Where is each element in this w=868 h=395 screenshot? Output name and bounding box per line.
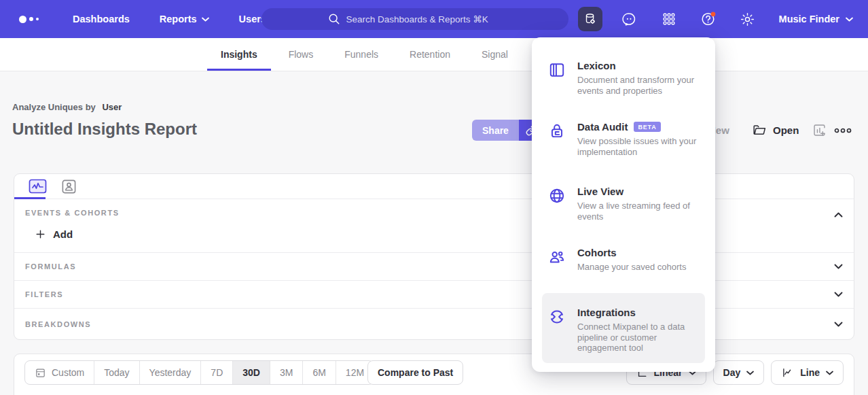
chevron-down-icon — [202, 17, 209, 22]
menu-item-live-view[interactable]: Live View View a live streaming feed of … — [548, 186, 702, 222]
menu-item-desc: Manage your saved cohorts — [577, 262, 698, 273]
chevron-down-icon — [834, 322, 843, 327]
menu-item-title: Data Audit — [577, 121, 628, 133]
date-range-selector: Custom Today Yesterday 7D 30D 3M 6M 12M — [24, 360, 374, 385]
formulas-section-toggle[interactable]: FORMULAS — [14, 252, 854, 280]
compare-to-past-button[interactable]: Compare to Past — [367, 360, 463, 385]
formulas-label: FORMULAS — [25, 262, 76, 271]
project-switcher[interactable]: Music Finder — [779, 14, 853, 24]
breadcrumb: Analyze Uniques by User — [12, 102, 122, 112]
chevron-down-icon — [834, 264, 843, 269]
breadcrumb-entity[interactable]: User — [102, 102, 122, 112]
chevron-up-icon — [834, 212, 843, 218]
query-builder-panel: EVENTS & COHORTS Add FORMULAS FILTERS BR… — [14, 173, 854, 340]
more-options-button[interactable] — [834, 120, 852, 141]
help-icon[interactable] — [696, 7, 721, 31]
filters-section-toggle[interactable]: FILTERS — [14, 280, 854, 308]
events-collapse-button[interactable] — [834, 208, 843, 220]
interval-dropdown[interactable]: Day — [713, 360, 765, 385]
tab-insights[interactable]: Insights — [207, 38, 271, 71]
project-name: Music Finder — [779, 14, 839, 24]
active-tab-underline — [14, 197, 46, 199]
data-management-icon[interactable] — [578, 7, 602, 31]
open-report-button[interactable]: Open — [753, 120, 799, 141]
range-yesterday[interactable]: Yesterday — [140, 361, 202, 384]
apps-grid-icon[interactable] — [657, 7, 681, 31]
add-event-button[interactable]: Add — [35, 228, 73, 240]
range-custom-label: Custom — [52, 367, 84, 378]
range-3m[interactable]: 3M — [270, 361, 303, 384]
nav-dashboards[interactable]: Dashboards — [73, 14, 130, 24]
chevron-down-icon — [834, 292, 843, 297]
range-6m[interactable]: 6M — [303, 361, 336, 384]
add-to-board-button[interactable] — [812, 120, 827, 141]
users-view-tab[interactable] — [59, 177, 78, 196]
ellipsis-icon — [834, 126, 852, 135]
interval-label: Day — [723, 367, 741, 378]
menu-item-title: Live View — [577, 186, 623, 197]
board-plus-icon — [812, 123, 827, 137]
menu-item-title: Lexicon — [577, 60, 616, 71]
menu-item-desc: View a live streaming feed of events — [577, 201, 698, 222]
chevron-down-icon — [846, 17, 853, 22]
metrics-view-tab[interactable] — [28, 177, 47, 196]
data-management-menu: Lexicon Document and transform your even… — [532, 37, 715, 372]
chevron-down-icon — [826, 371, 833, 375]
menu-item-desc: Document and transform your events and p… — [577, 75, 698, 96]
breadcrumb-prefix: Analyze Uniques by — [12, 102, 96, 112]
menu-item-lexicon[interactable]: Lexicon Document and transform your even… — [548, 60, 702, 96]
chart-type-label: Line — [800, 367, 820, 378]
search-icon — [328, 13, 340, 25]
menu-item-desc: Connect Mixpanel to a data pipeline or c… — [577, 322, 698, 354]
menu-item-title: Cohorts — [577, 247, 617, 258]
page-title[interactable]: Untitled Insights Report — [12, 120, 197, 139]
menu-item-integrations[interactable]: Integrations Connect Mixpanel to a data … — [548, 307, 702, 354]
sync-icon — [548, 307, 566, 354]
global-search[interactable] — [261, 8, 568, 30]
menu-item-desc: View possible issues with your implement… — [577, 136, 698, 157]
calendar-icon — [35, 367, 46, 379]
chevron-down-icon — [746, 371, 754, 375]
breakdowns-label: BREAKDOWNS — [25, 320, 91, 328]
add-label: Add — [53, 228, 73, 240]
search-input[interactable] — [346, 14, 503, 24]
share-button[interactable]: Share — [472, 120, 519, 141]
tab-retention[interactable]: Retention — [396, 38, 464, 71]
line-chart-icon — [781, 366, 794, 379]
notification-dot — [710, 12, 715, 16]
menu-item-data-audit[interactable]: Data Audit BETA View possible issues wit… — [548, 121, 702, 157]
range-30d[interactable]: 30D — [233, 361, 270, 384]
lock-audit-icon — [548, 121, 566, 157]
open-label: Open — [773, 124, 799, 136]
filters-label: FILTERS — [25, 290, 63, 298]
mixpanel-logo-icon[interactable] — [19, 16, 39, 23]
tab-flows[interactable]: Flows — [275, 38, 327, 71]
nav-reports[interactable]: Reports — [160, 14, 209, 24]
menu-item-title: Integrations — [577, 307, 636, 318]
range-today[interactable]: Today — [94, 361, 139, 384]
nav-reports-label: Reports — [160, 14, 197, 24]
menu-item-cohorts[interactable]: Cohorts Manage your saved cohorts — [548, 247, 702, 273]
plus-icon — [35, 228, 46, 240]
beta-badge: BETA — [634, 122, 660, 132]
globe-icon — [548, 186, 566, 222]
folder-icon — [753, 123, 767, 137]
query-view-tabs — [14, 174, 854, 199]
tab-funnels[interactable]: Funnels — [331, 38, 392, 71]
range-custom[interactable]: Custom — [25, 361, 94, 384]
people-icon — [548, 247, 566, 273]
breakdowns-section-toggle[interactable]: BREAKDOWNS — [14, 308, 854, 340]
chart-controls-panel: Custom Today Yesterday 7D 30D 3M 6M 12M … — [14, 354, 854, 395]
settings-gear-icon[interactable] — [736, 7, 760, 31]
tab-signal[interactable]: Signal — [468, 38, 522, 71]
top-navbar: Dashboards Reports Users — [0, 0, 868, 38]
chart-type-dropdown[interactable]: Line — [771, 360, 844, 385]
range-7d[interactable]: 7D — [201, 361, 233, 384]
book-icon — [548, 60, 566, 96]
report-tabbar: Insights Flows Funnels Retention Signal … — [0, 38, 868, 71]
feedback-icon[interactable] — [617, 7, 642, 31]
events-cohorts-section-label: EVENTS & COHORTS — [25, 209, 120, 217]
